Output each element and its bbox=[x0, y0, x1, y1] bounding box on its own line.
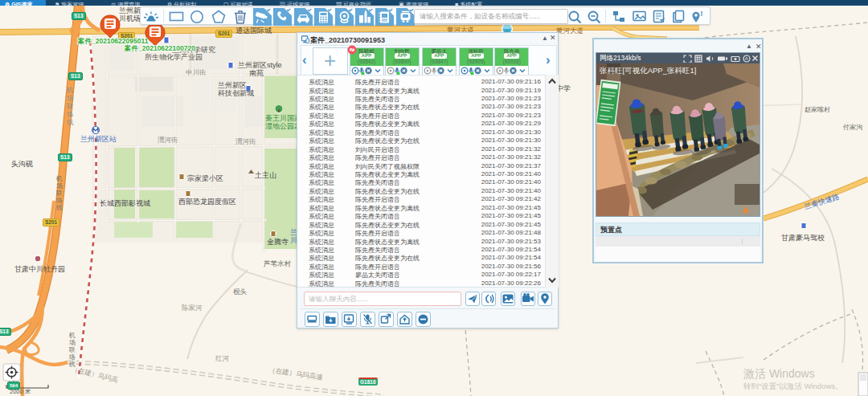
svg-text:!: ! bbox=[701, 10, 703, 18]
svg-text:A: A bbox=[745, 56, 748, 61]
